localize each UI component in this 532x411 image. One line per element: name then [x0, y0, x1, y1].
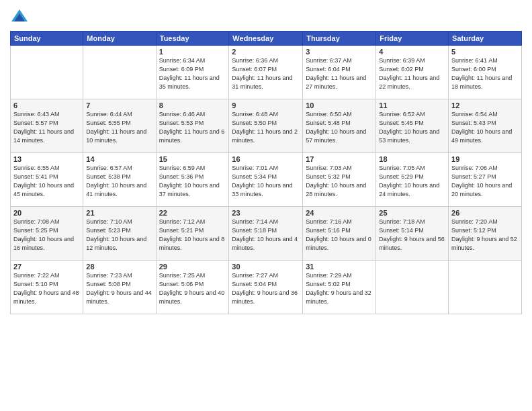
day-info: Sunrise: 6:48 AM Sunset: 5:50 PM Dayligh… [232, 110, 300, 145]
day-number: 8 [159, 101, 226, 109]
day-info: Sunrise: 7:12 AM Sunset: 5:21 PM Dayligh… [159, 218, 226, 253]
calendar-cell: 20Sunrise: 7:08 AM Sunset: 5:25 PM Dayli… [11, 207, 83, 261]
day-info: Sunrise: 7:08 AM Sunset: 5:25 PM Dayligh… [13, 218, 80, 253]
week-row-4: 20Sunrise: 7:08 AM Sunset: 5:25 PM Dayli… [11, 207, 522, 261]
day-number: 21 [86, 209, 152, 217]
day-info: Sunrise: 6:54 AM Sunset: 5:43 PM Dayligh… [451, 110, 519, 145]
day-info: Sunrise: 7:10 AM Sunset: 5:23 PM Dayligh… [86, 218, 152, 253]
day-info: Sunrise: 6:59 AM Sunset: 5:36 PM Dayligh… [159, 164, 226, 199]
calendar-cell: 31Sunrise: 7:29 AM Sunset: 5:02 PM Dayli… [303, 261, 376, 314]
calendar-cell: 9Sunrise: 6:48 AM Sunset: 5:50 PM Daylig… [229, 99, 303, 153]
day-info: Sunrise: 6:43 AM Sunset: 5:57 PM Dayligh… [13, 110, 80, 145]
day-info: Sunrise: 7:05 AM Sunset: 5:29 PM Dayligh… [379, 164, 445, 199]
day-number: 10 [306, 101, 373, 109]
week-row-3: 13Sunrise: 6:55 AM Sunset: 5:41 PM Dayli… [11, 153, 522, 207]
day-number: 15 [159, 155, 226, 163]
calendar-cell [449, 261, 522, 314]
week-row-5: 27Sunrise: 7:22 AM Sunset: 5:10 PM Dayli… [11, 261, 522, 314]
day-info: Sunrise: 6:50 AM Sunset: 5:48 PM Dayligh… [306, 110, 373, 145]
calendar-cell [376, 261, 449, 314]
day-number: 2 [232, 48, 300, 56]
day-info: Sunrise: 7:01 AM Sunset: 5:34 PM Dayligh… [232, 164, 300, 199]
day-info: Sunrise: 6:52 AM Sunset: 5:45 PM Dayligh… [379, 110, 445, 145]
col-header-saturday: Saturday [449, 32, 522, 46]
day-info: Sunrise: 7:29 AM Sunset: 5:02 PM Dayligh… [306, 271, 373, 306]
header [10, 7, 522, 26]
calendar-cell: 1Sunrise: 6:34 AM Sunset: 6:09 PM Daylig… [156, 46, 229, 99]
day-number: 1 [159, 48, 226, 56]
day-info: Sunrise: 7:25 AM Sunset: 5:06 PM Dayligh… [159, 271, 226, 306]
day-info: Sunrise: 6:44 AM Sunset: 5:55 PM Dayligh… [86, 110, 152, 145]
day-number: 18 [379, 155, 445, 163]
day-info: Sunrise: 6:36 AM Sunset: 6:07 PM Dayligh… [232, 56, 300, 91]
day-info: Sunrise: 7:22 AM Sunset: 5:10 PM Dayligh… [13, 271, 80, 306]
calendar-cell: 10Sunrise: 6:50 AM Sunset: 5:48 PM Dayli… [303, 99, 376, 153]
day-number: 22 [159, 209, 226, 217]
calendar-cell [83, 46, 156, 99]
day-number: 11 [379, 101, 445, 109]
calendar-cell: 15Sunrise: 6:59 AM Sunset: 5:36 PM Dayli… [156, 153, 229, 207]
calendar-cell: 5Sunrise: 6:41 AM Sunset: 6:00 PM Daylig… [449, 46, 522, 99]
logo [10, 7, 32, 26]
calendar-cell: 17Sunrise: 7:03 AM Sunset: 5:32 PM Dayli… [303, 153, 376, 207]
day-number: 6 [13, 101, 80, 109]
calendar-cell: 13Sunrise: 6:55 AM Sunset: 5:41 PM Dayli… [11, 153, 83, 207]
calendar-cell: 28Sunrise: 7:23 AM Sunset: 5:08 PM Dayli… [83, 261, 156, 314]
day-number: 28 [86, 263, 152, 271]
calendar-cell: 24Sunrise: 7:16 AM Sunset: 5:16 PM Dayli… [303, 207, 376, 261]
calendar-cell: 6Sunrise: 6:43 AM Sunset: 5:57 PM Daylig… [11, 99, 83, 153]
calendar-cell: 26Sunrise: 7:20 AM Sunset: 5:12 PM Dayli… [449, 207, 522, 261]
day-number: 5 [451, 48, 519, 56]
col-header-friday: Friday [376, 32, 449, 46]
page: SundayMondayTuesdayWednesdayThursdayFrid… [0, 0, 532, 411]
col-header-wednesday: Wednesday [229, 32, 303, 46]
day-info: Sunrise: 6:57 AM Sunset: 5:38 PM Dayligh… [86, 164, 152, 199]
calendar-cell: 30Sunrise: 7:27 AM Sunset: 5:04 PM Dayli… [229, 261, 303, 314]
day-number: 3 [306, 48, 373, 56]
col-header-thursday: Thursday [303, 32, 376, 46]
day-number: 31 [306, 263, 373, 271]
calendar-cell: 23Sunrise: 7:14 AM Sunset: 5:18 PM Dayli… [229, 207, 303, 261]
calendar-cell: 7Sunrise: 6:44 AM Sunset: 5:55 PM Daylig… [83, 99, 156, 153]
week-row-2: 6Sunrise: 6:43 AM Sunset: 5:57 PM Daylig… [11, 99, 522, 153]
day-info: Sunrise: 7:18 AM Sunset: 5:14 PM Dayligh… [379, 218, 445, 253]
day-info: Sunrise: 7:27 AM Sunset: 5:04 PM Dayligh… [232, 271, 300, 306]
day-info: Sunrise: 6:55 AM Sunset: 5:41 PM Dayligh… [13, 164, 80, 199]
calendar-cell: 14Sunrise: 6:57 AM Sunset: 5:38 PM Dayli… [83, 153, 156, 207]
day-info: Sunrise: 7:16 AM Sunset: 5:16 PM Dayligh… [306, 218, 373, 253]
day-number: 7 [86, 101, 152, 109]
day-number: 24 [306, 209, 373, 217]
calendar-table: SundayMondayTuesdayWednesdayThursdayFrid… [10, 31, 522, 314]
day-info: Sunrise: 7:06 AM Sunset: 5:27 PM Dayligh… [451, 164, 519, 199]
day-number: 29 [159, 263, 226, 271]
day-number: 27 [13, 263, 80, 271]
calendar-cell: 22Sunrise: 7:12 AM Sunset: 5:21 PM Dayli… [156, 207, 229, 261]
day-number: 9 [232, 101, 300, 109]
calendar-cell: 18Sunrise: 7:05 AM Sunset: 5:29 PM Dayli… [376, 153, 449, 207]
day-number: 23 [232, 209, 300, 217]
day-info: Sunrise: 7:23 AM Sunset: 5:08 PM Dayligh… [86, 271, 152, 306]
day-number: 12 [451, 101, 519, 109]
col-header-sunday: Sunday [11, 32, 83, 46]
calendar-cell: 16Sunrise: 7:01 AM Sunset: 5:34 PM Dayli… [229, 153, 303, 207]
col-header-tuesday: Tuesday [156, 32, 229, 46]
day-info: Sunrise: 7:14 AM Sunset: 5:18 PM Dayligh… [232, 218, 300, 253]
calendar-cell: 3Sunrise: 6:37 AM Sunset: 6:04 PM Daylig… [303, 46, 376, 99]
calendar-cell: 4Sunrise: 6:39 AM Sunset: 6:02 PM Daylig… [376, 46, 449, 99]
day-number: 25 [379, 209, 445, 217]
day-number: 30 [232, 263, 300, 271]
day-number: 19 [451, 155, 519, 163]
calendar-cell: 19Sunrise: 7:06 AM Sunset: 5:27 PM Dayli… [449, 153, 522, 207]
calendar-cell: 12Sunrise: 6:54 AM Sunset: 5:43 PM Dayli… [449, 99, 522, 153]
day-info: Sunrise: 6:39 AM Sunset: 6:02 PM Dayligh… [379, 56, 445, 91]
day-number: 4 [379, 48, 445, 56]
day-info: Sunrise: 6:46 AM Sunset: 5:53 PM Dayligh… [159, 110, 226, 145]
day-number: 14 [86, 155, 152, 163]
day-info: Sunrise: 6:41 AM Sunset: 6:00 PM Dayligh… [451, 56, 519, 91]
calendar-cell: 29Sunrise: 7:25 AM Sunset: 5:06 PM Dayli… [156, 261, 229, 314]
day-info: Sunrise: 6:37 AM Sunset: 6:04 PM Dayligh… [306, 56, 373, 91]
calendar-cell: 21Sunrise: 7:10 AM Sunset: 5:23 PM Dayli… [83, 207, 156, 261]
day-number: 20 [13, 209, 80, 217]
day-number: 26 [451, 209, 519, 217]
calendar-cell: 2Sunrise: 6:36 AM Sunset: 6:07 PM Daylig… [229, 46, 303, 99]
